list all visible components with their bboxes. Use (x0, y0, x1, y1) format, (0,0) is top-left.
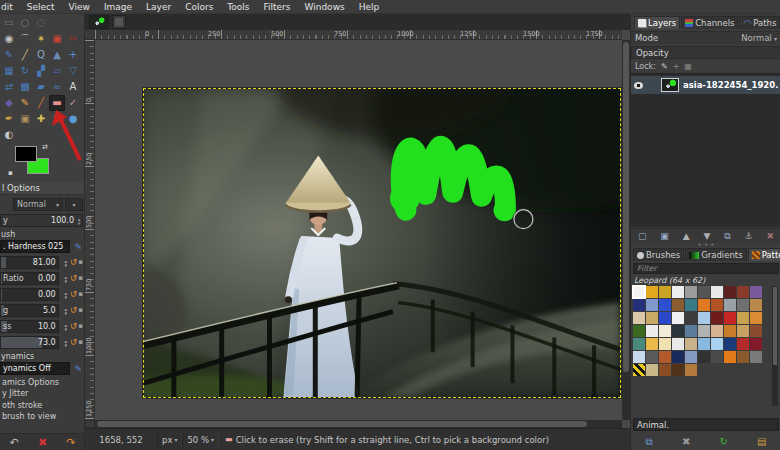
dodge-burn-tool[interactable]: ◐ (1, 127, 17, 143)
pattern-swatch[interactable] (685, 364, 697, 376)
raise-layer-button[interactable]: ▲ (683, 232, 690, 241)
pattern-swatch[interactable] (659, 312, 671, 324)
pattern-swatch[interactable] (698, 286, 710, 298)
pattern-swatch[interactable] (737, 338, 749, 350)
restore-tool-preset-button[interactable]: ↶ (10, 437, 19, 448)
pattern-swatch[interactable] (750, 286, 762, 298)
pattern-swatch[interactable] (633, 364, 645, 376)
menu-dit[interactable]: dit (0, 2, 20, 12)
pattern-swatch[interactable] (698, 299, 710, 311)
blur-tool[interactable]: ● (65, 111, 81, 127)
pattern-swatch[interactable] (724, 312, 736, 324)
pattern-swatch[interactable] (633, 351, 645, 363)
duplicate-layer-button[interactable]: ⧉ (724, 232, 730, 241)
mypaint-brush-tool[interactable]: ✚ (33, 111, 49, 127)
warp-transform-tool[interactable]: ≈ (49, 79, 65, 95)
tab-gradients[interactable]: Gradients (685, 248, 746, 261)
canvas-navigation-button[interactable] (85, 420, 95, 428)
flip-tool[interactable]: ⇄ (1, 79, 17, 95)
vertical-scrollbar[interactable] (622, 40, 630, 420)
pattern-swatch[interactable] (685, 338, 697, 350)
pattern-swatch[interactable] (698, 351, 710, 363)
text-tool[interactable]: A (65, 79, 81, 95)
pattern-swatch[interactable] (646, 325, 658, 337)
pattern-swatch[interactable] (750, 351, 762, 363)
edit-brush-icon[interactable]: ✎ (74, 242, 82, 252)
pattern-swatch[interactable] (633, 338, 645, 350)
reset-icon[interactable]: ↺ (70, 274, 78, 283)
pattern-scrollbar[interactable] (772, 286, 778, 406)
link-icon[interactable]: ▪ (78, 259, 83, 266)
lower-layer-button[interactable]: ▼ (703, 232, 710, 241)
image-tab-active[interactable] (89, 15, 109, 29)
rect-select-tool[interactable]: ▭ (1, 15, 17, 31)
pattern-swatch[interactable] (737, 299, 749, 311)
tab-patterns[interactable]: Patterns (748, 248, 780, 261)
pattern-swatch[interactable] (659, 286, 671, 298)
reset-tool-options-button[interactable]: ↷ (66, 437, 75, 448)
zoom-tool[interactable]: Q (33, 47, 49, 63)
scissors-select-tool[interactable]: ✂ (65, 31, 81, 47)
canvas-image[interactable] (143, 88, 621, 398)
menu-help[interactable]: Help (352, 2, 387, 12)
mode-dropdown[interactable]: Normal (741, 33, 772, 43)
fuzzy-select-tool[interactable]: ◉ (1, 31, 17, 47)
tool-option-slider-1[interactable]: Ratio0.00 (0, 272, 59, 285)
unit-dropdown[interactable]: px▾ (157, 433, 182, 447)
pattern-swatch[interactable] (724, 299, 736, 311)
pattern-swatch[interactable] (711, 312, 723, 324)
new-layer-group-button[interactable]: ▣ (660, 232, 669, 241)
opacity-slider[interactable]: y 100.0 ▴▾ (0, 214, 83, 227)
pattern-swatch[interactable] (737, 286, 749, 298)
edit-pattern-button[interactable]: ⧉ (646, 437, 653, 447)
reset-icon[interactable]: ↺ (70, 290, 78, 299)
pattern-swatch[interactable] (711, 299, 723, 311)
option-brush-to-view[interactable]: brush to view (0, 410, 85, 422)
pattern-swatch[interactable] (685, 299, 697, 311)
lock-position-icon[interactable]: + (673, 62, 680, 71)
menu-view[interactable]: View (62, 2, 97, 12)
pattern-swatch[interactable] (711, 351, 723, 363)
menu-windows[interactable]: Windows (298, 2, 352, 12)
pattern-swatch[interactable] (633, 325, 645, 337)
mode-switch-dropdown[interactable]: ▾ (65, 198, 83, 211)
pattern-swatch[interactable] (724, 325, 736, 337)
measure-tool[interactable]: ▲ (49, 47, 65, 63)
pattern-swatch[interactable] (672, 325, 684, 337)
dock-tab-channels[interactable]: Channels (681, 16, 738, 29)
pattern-swatch[interactable] (685, 312, 697, 324)
spinner-icon[interactable]: ▴▾ (63, 307, 69, 315)
pattern-swatch[interactable] (698, 325, 710, 337)
pattern-swatch[interactable] (750, 338, 762, 350)
shear-tool[interactable]: ▱ (49, 63, 65, 79)
pattern-swatch[interactable] (659, 351, 671, 363)
menu-tools[interactable]: Tools (220, 2, 256, 12)
spinner-icon[interactable]: ▴▾ (63, 259, 69, 267)
tab-brushes[interactable]: Brushes (633, 248, 684, 261)
open-pattern-folder-button[interactable]: ▤ (757, 437, 766, 447)
pattern-swatch[interactable] (659, 325, 671, 337)
link-icon[interactable]: ▪ (78, 291, 83, 298)
option-oth-stroke[interactable]: oth stroke (0, 398, 85, 410)
pattern-swatch[interactable] (646, 299, 658, 311)
pattern-swatch[interactable] (724, 286, 736, 298)
reset-icon[interactable]: ↺ (70, 306, 78, 315)
pattern-swatch[interactable] (737, 325, 749, 337)
pattern-swatch[interactable] (672, 312, 684, 324)
delete-layer-button[interactable]: ✖ (766, 232, 774, 241)
color-picker-tool[interactable]: ✓ (65, 95, 81, 111)
zoom-dropdown[interactable]: 50 %▾ (182, 433, 219, 447)
pattern-swatch[interactable] (750, 312, 762, 324)
anchor-layer-button[interactable]: ⚓ (745, 232, 753, 241)
reset-colors-icon[interactable]: ▪ (8, 170, 13, 177)
reset-icon[interactable]: ↺ (70, 258, 78, 267)
lasso-select-tool[interactable]: ⌒ (17, 31, 33, 47)
dock-tab-paths[interactable]: ◠Paths (739, 16, 780, 29)
pattern-swatch[interactable] (698, 312, 710, 324)
menu-image[interactable]: Image (97, 2, 139, 12)
pattern-swatch[interactable] (659, 364, 671, 376)
new-layer-button[interactable]: ▢ (638, 232, 647, 241)
delete-tool-preset-button[interactable]: ✖ (38, 437, 47, 448)
pattern-swatch[interactable] (672, 299, 684, 311)
paintbrush-tool[interactable]: ╱ (33, 95, 49, 111)
